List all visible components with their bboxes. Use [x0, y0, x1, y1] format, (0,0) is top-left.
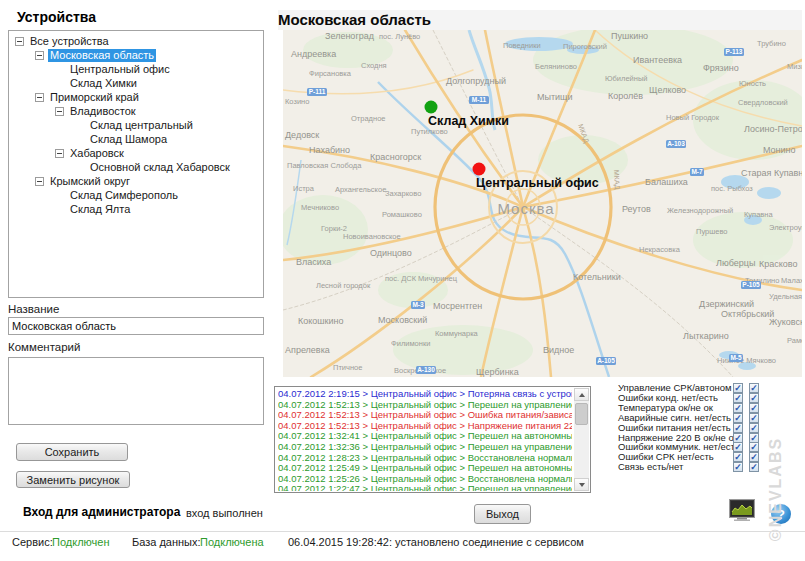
map-city-label: Кокошкино: [298, 316, 343, 326]
road-badge-label: А-103: [667, 140, 685, 147]
alert-checkbox[interactable]: ✓: [733, 383, 743, 393]
log-entry[interactable]: 04.07.2012 1:32:36 > Центральный офис > …: [278, 442, 572, 453]
log-entry[interactable]: 04.07.2012 1:22:47 > Центральный офис > …: [278, 484, 572, 491]
alert-checkbox[interactable]: ✓: [733, 442, 743, 452]
tree-expander-icon[interactable]: [55, 149, 64, 158]
tree-item[interactable]: Приморский край: [9, 90, 263, 104]
map-city-label: Павловская Слобода: [287, 161, 362, 170]
log-entry[interactable]: 04.07.2012 2:19:15 > Центральный офис > …: [278, 389, 572, 400]
map-city-label: Королёв: [608, 91, 643, 101]
name-input[interactable]: [8, 317, 264, 335]
log-entry[interactable]: 04.07.2012 1:28:23 > Центральный офис > …: [278, 453, 572, 464]
log-scrollbar[interactable]: [574, 388, 589, 491]
map-city-label: Ивантеевка: [633, 55, 682, 65]
scrollbar-thumb[interactable]: [575, 403, 588, 425]
device-tree[interactable]: Все устройстваМосковская областьЦентраль…: [8, 30, 264, 298]
tree-item-label[interactable]: Владивосток: [68, 105, 138, 118]
tree-expander-icon[interactable]: [35, 93, 44, 102]
map-city-label: Фрязино: [703, 63, 739, 73]
tree-item-label[interactable]: Хабаровск: [68, 147, 126, 160]
alert-checkbox[interactable]: ✓: [749, 423, 759, 433]
tree-item[interactable]: Владивосток: [9, 104, 263, 118]
tree-item[interactable]: Московская область: [9, 48, 263, 62]
log-entry[interactable]: 04.07.2012 1:52:13 > Центральный офис > …: [278, 421, 572, 432]
alert-checkbox[interactable]: ✓: [749, 403, 759, 413]
alert-checkbox[interactable]: ✓: [733, 462, 743, 472]
map-city-label: пос. Рыбхоз: [711, 184, 753, 193]
tree-item-label[interactable]: Крымский округ: [48, 175, 132, 188]
map-city-label: Железнодорожный: [667, 206, 733, 215]
map-city-label: Отрадное: [351, 114, 385, 123]
tree-expander-icon[interactable]: [35, 51, 44, 60]
map-city-label: Зеленоград: [325, 31, 375, 41]
tree-item-label[interactable]: Приморский край: [48, 91, 141, 104]
map-city-label: Нижнее Мячково: [717, 356, 776, 365]
tree-item[interactable]: Все устройства: [9, 34, 263, 48]
scroll-up-icon[interactable]: [574, 388, 589, 401]
tree-item[interactable]: Склад Симферополь: [9, 188, 263, 202]
alert-checkbox[interactable]: ✓: [749, 393, 759, 403]
tree-item-label[interactable]: Склад Симферополь: [68, 189, 180, 202]
map-city-label: Свердловский: [738, 98, 788, 107]
map-city-label: Балашиха: [645, 177, 688, 187]
tree-item[interactable]: Центральный офис: [9, 62, 263, 76]
scroll-down-icon[interactable]: [574, 478, 589, 491]
tree-expander-icon[interactable]: [35, 177, 44, 186]
tree-item[interactable]: Склад Химки: [9, 76, 263, 90]
map-city-label: Щелково: [649, 85, 686, 95]
tree-item-label[interactable]: Московская область: [48, 49, 156, 62]
device-marker-label: Склад Химки: [428, 114, 509, 128]
alert-checkbox[interactable]: ✓: [733, 413, 743, 423]
map-city-label: Щербинка: [476, 367, 519, 377]
save-button[interactable]: Сохранить: [16, 443, 128, 461]
map-city-label: Коммунарка: [435, 329, 479, 338]
alert-checkbox[interactable]: ✓: [749, 442, 759, 452]
tree-item[interactable]: Основной склад Хабаровск: [9, 160, 263, 174]
tree-item[interactable]: Склад Шамора: [9, 132, 263, 146]
event-log-list[interactable]: 04.07.2012 2:19:15 > Центральный офис > …: [274, 386, 591, 493]
monitor-chart-icon[interactable]: [729, 499, 755, 525]
map-city-label: Пироговский: [563, 42, 607, 51]
map-city-label: Долгопрудный: [446, 76, 506, 86]
log-entry[interactable]: 04.07.2012 1:25:49 > Центральный офис > …: [278, 463, 572, 474]
tree-expander-icon[interactable]: [55, 107, 64, 116]
comment-input[interactable]: [8, 357, 264, 425]
log-entry[interactable]: 04.07.2012 1:25:26 > Центральный офис > …: [278, 474, 572, 485]
alert-checkbox[interactable]: ✓: [733, 452, 743, 462]
alert-checkbox[interactable]: ✓: [733, 403, 743, 413]
tree-item-label[interactable]: Склад центральный: [88, 119, 195, 132]
map-city-label: Сходня: [361, 61, 387, 70]
alert-checkbox[interactable]: ✓: [749, 462, 759, 472]
alert-checkbox[interactable]: ✓: [733, 393, 743, 403]
tree-item-label[interactable]: Склад Ялта: [68, 203, 132, 216]
tree-spacer: [55, 191, 64, 200]
tree-item[interactable]: Склад центральный: [9, 118, 263, 132]
tree-item-label[interactable]: Склад Шамора: [88, 133, 169, 146]
tree-item-label[interactable]: Все устройства: [28, 35, 111, 48]
alert-checkbox[interactable]: ✓: [749, 452, 759, 462]
log-entry[interactable]: 04.07.2012 1:32:41 > Центральный офис > …: [278, 431, 572, 442]
statusbar: Сервис: Подключен База данных: Подключен…: [0, 536, 805, 554]
log-entry[interactable]: 04.07.2012 1:52:13 > Центральный офис > …: [278, 400, 572, 411]
tree-item-label[interactable]: Основной склад Хабаровск: [88, 161, 232, 174]
alert-label: Связь есть/нет: [618, 462, 683, 472]
alert-checkbox[interactable]: ✓: [749, 433, 759, 443]
map-city-label: Раменское: [787, 336, 802, 345]
device-marker-label: Центральный офис: [476, 176, 599, 190]
device-marker[interactable]: [425, 101, 438, 114]
alert-checkbox[interactable]: ✓: [749, 383, 759, 393]
replace-image-button[interactable]: Заменить рисунок: [16, 471, 130, 488]
logout-button[interactable]: Выход: [474, 504, 531, 524]
tree-item[interactable]: Хабаровск: [9, 146, 263, 160]
log-entry[interactable]: 04.07.2012 1:52:13 > Центральный офис > …: [278, 410, 572, 421]
tree-item-label[interactable]: Склад Химки: [68, 77, 139, 90]
map-city-label: Мечниково: [301, 203, 339, 212]
alert-settings: Управление СРК/автоном✓✓Ошибки конд. нет…: [618, 383, 783, 475]
tree-item-label[interactable]: Центральный офис: [68, 63, 172, 76]
device-marker[interactable]: [473, 163, 486, 176]
tree-expander-icon[interactable]: [15, 37, 24, 46]
road-badge-label: М-11: [472, 96, 487, 103]
tree-item[interactable]: Крымский округ: [9, 174, 263, 188]
tree-item[interactable]: Склад Ялта: [9, 202, 263, 216]
alert-checkbox[interactable]: ✓: [749, 413, 759, 423]
